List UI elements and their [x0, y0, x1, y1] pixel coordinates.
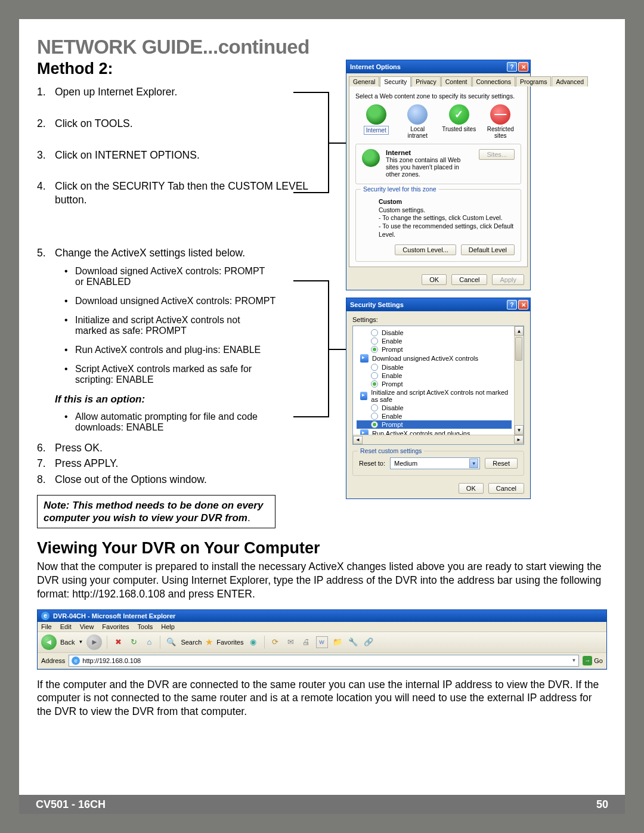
page-footer: CV501 - 16CH 50	[19, 795, 625, 814]
window-titlebar: Security Settings ? ✕	[346, 298, 530, 311]
print-icon[interactable]: 🖨	[301, 636, 312, 648]
zone-local-intranet[interactable]: Local intranet	[400, 104, 435, 139]
default-level-button[interactable]: Default Level	[461, 244, 515, 255]
bracket-connector	[293, 92, 329, 193]
radio-icon[interactable]	[371, 329, 378, 336]
folder-icon[interactable]: 📁	[332, 636, 343, 648]
window-titlebar: Internet Options ? ✕	[346, 60, 530, 73]
address-input[interactable]: e http://192.168.0.108 ▼	[69, 655, 579, 667]
tab-programs[interactable]: Programs	[516, 76, 552, 86]
chevron-down-icon[interactable]: ▼	[469, 459, 478, 468]
reset-to-combo[interactable]: Medium ▼	[390, 457, 480, 469]
radio-icon[interactable]	[371, 346, 378, 353]
sites-button[interactable]: Sites...	[479, 149, 515, 160]
viewing-title: Viewing Your DVR on Your Computer	[37, 539, 607, 558]
security-settings-window: Security Settings ? ✕ Settings: Disable …	[346, 298, 531, 499]
section-title: NETWORK GUIDE...continued	[37, 36, 607, 58]
chevron-down-icon[interactable]: ▼	[571, 658, 576, 663]
forward-button[interactable]: ►	[86, 634, 102, 650]
go-button[interactable]: → Go	[583, 656, 603, 665]
radio-icon[interactable]	[371, 404, 378, 411]
instructions-column: Method 2: 1.Open up Internet Explorer. 2…	[37, 60, 341, 528]
internet-options-window: Internet Options ? ✕ General Security Pr…	[346, 60, 531, 290]
bracket-connector	[293, 280, 329, 417]
ie-address-bar: Address e http://192.168.0.108 ▼ → Go	[38, 653, 606, 669]
menu-favorites[interactable]: Favorites	[102, 623, 129, 630]
ie-icon: e	[72, 657, 80, 665]
link-icon[interactable]: 🔗	[363, 636, 374, 648]
tool-icon[interactable]: 🔧	[347, 636, 359, 648]
back-button[interactable]: ◄	[41, 634, 57, 650]
menu-edit[interactable]: Edit	[60, 623, 72, 630]
radio-icon[interactable]	[371, 413, 378, 420]
trusted-icon	[449, 104, 469, 125]
viewing-paragraph-2: If the computer and the DVR are connecte…	[37, 678, 607, 719]
manual-page: NETWORK GUIDE...continued Method 2: 1.Op…	[19, 19, 625, 814]
cancel-button[interactable]: Cancel	[488, 483, 524, 494]
security-level-fieldset: Security level for this zone Custom Cust…	[355, 189, 521, 262]
search-icon[interactable]: 🔍	[165, 636, 177, 648]
ie-icon: e	[41, 612, 49, 620]
zone-trusted-sites[interactable]: Trusted sites	[441, 104, 477, 139]
close-button[interactable]: ✕	[518, 300, 528, 309]
method-title: Method 2:	[37, 60, 341, 78]
footer-model: CV501 - 16CH	[36, 798, 106, 811]
settings-label: Settings:	[352, 316, 524, 323]
stop-icon[interactable]: ✖	[112, 636, 124, 648]
radio-icon[interactable]	[371, 372, 378, 379]
globe-icon	[366, 104, 386, 125]
menu-file[interactable]: File	[41, 623, 52, 630]
menu-help[interactable]: Help	[161, 623, 175, 630]
zone-instruction: Select a Web content zone to specify its…	[355, 92, 521, 100]
close-button[interactable]: ✕	[518, 62, 528, 72]
settings-list[interactable]: Disable Enable Prompt Download unsigned …	[352, 326, 524, 445]
tab-advanced[interactable]: Advanced	[552, 76, 588, 86]
zone-restricted-sites[interactable]: Restrictedsites	[482, 104, 518, 139]
footer-page-number: 50	[596, 798, 608, 811]
zone-internet[interactable]: Internet	[358, 104, 394, 139]
step-list-end: 6.Press OK. 7.Press APPLY. 8.Close out o…	[37, 441, 341, 487]
mail-icon[interactable]: ✉	[285, 636, 297, 648]
tab-privacy[interactable]: Privacy	[411, 76, 440, 86]
help-button[interactable]: ?	[507, 62, 517, 72]
activex-icon	[360, 392, 367, 400]
scrollbar-vertical[interactable]: ▲ ▼	[514, 326, 524, 435]
note-box: Note: This method needs to be done on ev…	[37, 495, 275, 529]
restricted-icon	[490, 104, 510, 125]
reset-fieldset: Reset custom settings Reset to: Medium ▼…	[352, 451, 524, 476]
viewing-paragraph-1: Now that the computer is prepared to ins…	[37, 560, 607, 600]
screenshots-column: Internet Options ? ✕ General Security Pr…	[346, 60, 607, 528]
ok-button[interactable]: OK	[459, 483, 484, 494]
refresh-icon[interactable]: ↻	[128, 636, 140, 648]
zone-detail-fieldset: Internet This zone contains all Web site…	[355, 144, 521, 184]
radio-icon[interactable]	[371, 380, 378, 388]
intranet-icon	[407, 104, 428, 125]
ok-button[interactable]: OK	[422, 274, 447, 285]
go-arrow-icon: →	[583, 656, 592, 665]
tab-security[interactable]: Security	[380, 76, 411, 87]
tab-general[interactable]: General	[349, 76, 379, 86]
reset-button[interactable]: Reset	[485, 458, 518, 469]
tab-content[interactable]: Content	[441, 76, 472, 86]
history-icon[interactable]: ⟳	[270, 636, 281, 648]
menu-tools[interactable]: Tools	[138, 623, 153, 630]
radio-icon[interactable]	[371, 337, 378, 345]
activex-icon	[360, 354, 369, 363]
tab-connections[interactable]: Connections	[472, 76, 515, 86]
cancel-button[interactable]: Cancel	[451, 274, 487, 285]
help-button[interactable]: ?	[507, 300, 517, 309]
custom-level-button[interactable]: Custom Level...	[395, 244, 456, 255]
scrollbar-horizontal[interactable]: ◄ ►	[353, 435, 524, 444]
radio-icon[interactable]	[371, 364, 378, 371]
home-icon[interactable]: ⌂	[143, 636, 155, 648]
ie-window: e DVR-04CH - Microsoft Internet Explorer…	[37, 609, 607, 670]
ie-toolbar: ◄ Back▼ ► ✖ ↻ ⌂ 🔍 Search ★ Favorites ◉ ⟳…	[38, 632, 606, 653]
globe-icon	[362, 149, 380, 167]
media-icon[interactable]: ◉	[247, 636, 259, 648]
apply-button[interactable]: Apply	[492, 274, 524, 285]
ie-menubar: File Edit View Favorites Tools Help	[38, 622, 606, 632]
favorites-icon[interactable]: ★	[205, 637, 213, 648]
menu-view[interactable]: View	[80, 623, 94, 630]
radio-icon[interactable]	[371, 421, 378, 428]
edit-icon[interactable]: W	[316, 636, 328, 648]
